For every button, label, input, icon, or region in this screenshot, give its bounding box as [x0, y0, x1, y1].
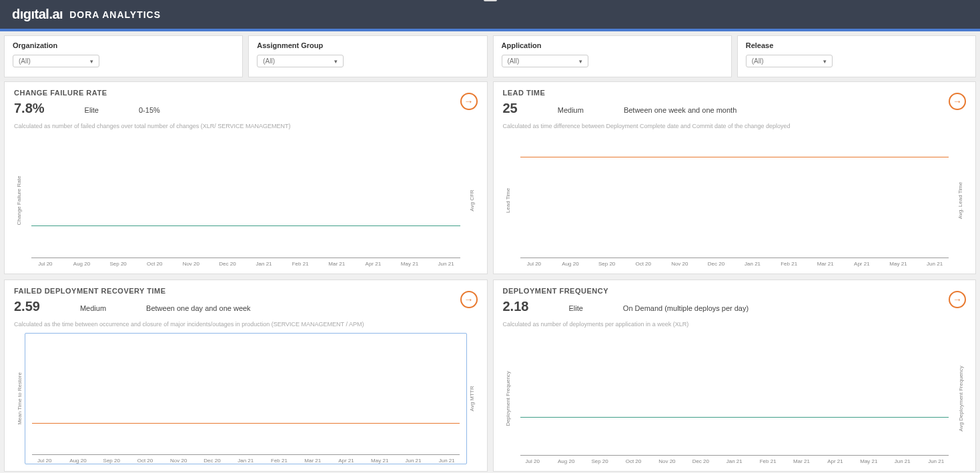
drill-down-button[interactable]: → [949, 93, 966, 110]
filter-label: Assignment Group [257, 41, 478, 49]
filter-release: Release (All) ▾ [737, 35, 976, 77]
card-description: Calculated as the time between occurrenc… [14, 321, 478, 328]
average-line [31, 225, 460, 226]
arrow-right-icon: → [464, 294, 474, 305]
average-line [520, 157, 949, 157]
chevron-down-icon: ▾ [90, 58, 93, 65]
metric-class: Elite [85, 106, 99, 114]
metric-value: 7.8% [14, 101, 45, 116]
drill-down-button[interactable]: → [460, 291, 478, 308]
assignment-group-select[interactable]: (All) ▾ [257, 55, 344, 67]
card-title: CHANGE FAILURE RATE [14, 89, 478, 97]
card-lead-time: LEAD TIME 25 Medium Between one week and… [493, 81, 977, 274]
drill-down-button[interactable]: → [949, 291, 966, 308]
metric-value: 2.59 [14, 299, 40, 314]
filter-row: Organization (All) ▾ Assignment Group (A… [0, 31, 980, 81]
average-line [520, 417, 949, 418]
metric-class: Elite [568, 304, 582, 312]
y-axis-left-label: Deployment Frequency [505, 371, 511, 426]
card-title: LEAD TIME [503, 89, 967, 97]
metric-range: 0-15% [139, 106, 160, 114]
header-top-badge [484, 0, 497, 1]
card-description: Calculated as number of failed changes o… [14, 123, 478, 129]
y-axis-right-label: Avg CFR [469, 190, 475, 211]
metric-value: 2.18 [503, 299, 529, 314]
drill-down-button[interactable]: → [460, 93, 478, 110]
application-select[interactable]: (All) ▾ [502, 55, 588, 67]
x-axis-labels: Jul 20Aug 20Sep 20Oct 20Nov 20Dec 20Jan … [31, 261, 460, 267]
x-axis-labels: Jul 20Aug 20Sep 20Oct 20Nov 20Dec 20Jan … [32, 458, 460, 464]
metric-class: Medium [80, 304, 106, 312]
average-line [32, 423, 460, 424]
chart-cfr: Change Failure Rate Jul 20Aug 20Sep 20Oc… [14, 135, 478, 267]
chevron-down-icon: ▾ [579, 58, 582, 65]
card-deployment-frequency: DEPLOYMENT FREQUENCY 2.18 Elite On Deman… [493, 280, 977, 472]
y-axis-right-label: Avg Deployment Frequency [958, 366, 964, 432]
chart-freq: Deployment Frequency Jul 20Aug 20Sep 20O… [503, 333, 967, 465]
y-axis-right-label: Avg. Lead Time [958, 182, 964, 219]
filter-label: Organization [13, 41, 234, 49]
organization-select[interactable]: (All) ▾ [13, 55, 99, 67]
filter-organization: Organization (All) ▾ [4, 35, 243, 77]
card-title: FAILED DEPLOYMENT RECOVERY TIME [14, 287, 478, 295]
card-metrics: 2.18 Elite On Demand (multiple deploys p… [503, 299, 967, 314]
chart-bars [520, 137, 949, 258]
card-description: Calculated as time difference between De… [503, 123, 967, 129]
y-axis-right-label: Avg MTTR [469, 386, 475, 411]
card-metrics: 2.59 Medium Between one day and one week [14, 299, 478, 314]
filter-label: Application [502, 41, 723, 49]
chart-bars [32, 336, 460, 456]
arrow-right-icon: → [953, 294, 962, 305]
x-axis-labels: Jul 20Aug 20Sep 20Oct 20Nov 20Dec 20Jan … [520, 458, 949, 464]
y-axis-left-label: Lead Time [505, 188, 511, 213]
x-axis-labels: Jul 20Aug 20Sep 20Oct 20Nov 20Dec 20Jan … [520, 261, 949, 267]
metric-range: On Demand (multiple deploys per day) [623, 304, 749, 312]
metric-value: 25 [503, 101, 518, 116]
metric-range: Between one week and one month [624, 106, 737, 114]
metric-class: Medium [558, 106, 584, 114]
brand-logo: dıgıtal.aı [12, 7, 63, 22]
card-metrics: 7.8% Elite 0-15% [14, 101, 478, 116]
filter-label: Release [746, 41, 967, 49]
chevron-down-icon: ▾ [823, 58, 827, 65]
chart-bars [31, 137, 460, 258]
chart-bars [520, 336, 949, 456]
filter-assignment-group: Assignment Group (All) ▾ [248, 35, 487, 77]
header-bar: dıgıtal.aı DORA ANALYTICS [0, 0, 980, 31]
page-title: DORA ANALYTICS [69, 9, 161, 20]
chart-mttr: Mean Time to Restore Jul 20Aug 20Sep 20O… [14, 333, 478, 465]
filter-application: Application (All) ▾ [493, 35, 732, 77]
card-title: DEPLOYMENT FREQUENCY [503, 287, 967, 295]
card-metrics: 25 Medium Between one week and one month [503, 101, 967, 116]
card-description: Calculated as number of deployments per … [503, 321, 967, 328]
arrow-right-icon: → [953, 96, 962, 107]
card-change-failure-rate: CHANGE FAILURE RATE 7.8% Elite 0-15% → C… [4, 81, 488, 274]
y-axis-left-label: Change Failure Rate [17, 176, 23, 225]
release-select[interactable]: (All) ▾ [746, 55, 833, 67]
arrow-right-icon: → [464, 96, 474, 107]
chevron-down-icon: ▾ [334, 58, 338, 65]
metric-range: Between one day and one week [146, 304, 251, 312]
charts-grid: CHANGE FAILURE RATE 7.8% Elite 0-15% → C… [0, 81, 980, 473]
card-recovery-time: FAILED DEPLOYMENT RECOVERY TIME 2.59 Med… [4, 280, 488, 472]
chart-lead: Lead Time Jul 20Aug 20Sep 20Oct 20Nov 20… [503, 135, 967, 267]
y-axis-left-label: Mean Time to Restore [17, 372, 23, 425]
